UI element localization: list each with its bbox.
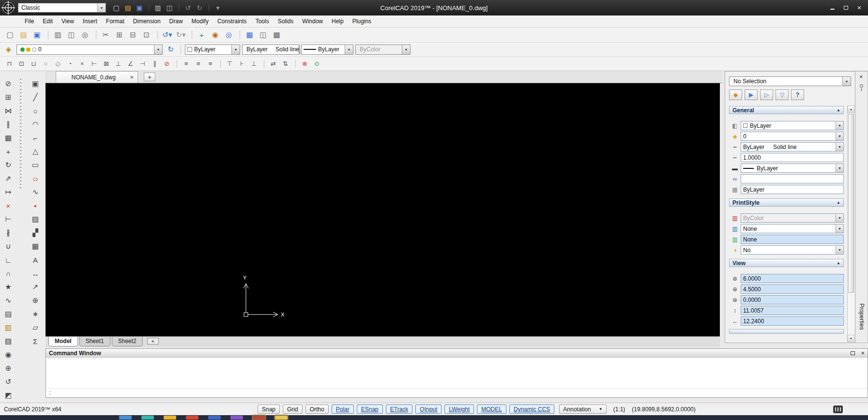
menu-insert[interactable]: Insert bbox=[78, 16, 102, 26]
sheet-tab-sheet2[interactable]: Sheet2 bbox=[112, 337, 143, 346]
command-history[interactable] bbox=[46, 358, 868, 389]
select-entities-icon[interactable]: ▶ bbox=[745, 90, 758, 100]
refresh-layers-icon[interactable]: ↻ bbox=[165, 44, 177, 55]
zoom-tool-icon[interactable]: ◉ bbox=[2, 349, 15, 360]
linetype-scale-field[interactable]: 1.0000 bbox=[741, 153, 844, 162]
esnap-endpoint-icon[interactable]: ⊡ bbox=[16, 59, 27, 69]
chevron-down-icon[interactable]: ▼ bbox=[345, 45, 353, 54]
menu-draw[interactable]: Draw bbox=[165, 16, 187, 26]
menu-view[interactable]: View bbox=[57, 16, 78, 26]
line-color-select[interactable]: ByLayer ▼ bbox=[185, 45, 240, 55]
chevron-down-icon[interactable]: ▼ bbox=[836, 132, 843, 140]
find-icon[interactable]: ◎ bbox=[79, 29, 91, 41]
add-sheet-button[interactable]: + bbox=[147, 338, 159, 345]
chevron-down-icon[interactable]: ▼ bbox=[836, 143, 843, 151]
close-panel-icon[interactable]: × bbox=[859, 73, 863, 80]
clear-selection-icon[interactable]: ▽ bbox=[776, 90, 789, 100]
leader-tool-icon[interactable]: ↗ bbox=[29, 281, 42, 293]
constraint-show-icon[interactable]: ⊙ bbox=[311, 59, 322, 69]
menu-format[interactable]: Format bbox=[102, 16, 129, 26]
scroll-up-icon[interactable]: ▲ bbox=[848, 105, 854, 113]
grid-toggle[interactable]: Grid bbox=[283, 405, 303, 414]
arc-tool-icon[interactable]: ◠ bbox=[29, 119, 42, 130]
pan-icon[interactable]: + bbox=[196, 29, 208, 41]
menu-modify[interactable]: Modify bbox=[187, 16, 213, 26]
chevron-down-icon[interactable]: ▼ bbox=[836, 225, 843, 233]
cut-icon[interactable]: ✂ bbox=[100, 29, 112, 41]
polyline-tool-icon[interactable]: ⌐ bbox=[29, 132, 42, 144]
scale-tool-icon[interactable]: ⇗ bbox=[2, 173, 15, 184]
save-icon[interactable]: ▣ bbox=[134, 2, 145, 13]
section-view[interactable]: View ▲ bbox=[729, 259, 844, 267]
weld-tool-icon[interactable]: ∪ bbox=[2, 240, 15, 252]
color-field[interactable]: ByLayer ▼ bbox=[741, 121, 844, 130]
selection-settings-icon[interactable]: ◆ bbox=[729, 90, 742, 100]
close-tab-icon[interactable]: × bbox=[130, 74, 134, 81]
print-table-attached-field[interactable]: None bbox=[741, 235, 844, 244]
tile-windows-icon[interactable]: ◫ bbox=[257, 29, 269, 41]
annotation-scale-select[interactable]: Annotation ▼ bbox=[559, 405, 606, 414]
extend-tool-icon[interactable]: ⊢ bbox=[2, 213, 15, 225]
esnap-nearest-icon[interactable]: ⊣ bbox=[137, 59, 148, 69]
match-properties-tool-icon[interactable]: ▥ bbox=[2, 322, 15, 333]
save-icon[interactable]: ▣ bbox=[31, 29, 43, 41]
point-tool-icon[interactable]: • bbox=[29, 200, 42, 211]
chevron-down-icon[interactable]: ▼ bbox=[97, 3, 106, 12]
ellipse-tool-icon[interactable]: ○ bbox=[27, 173, 44, 184]
command-input[interactable]: : bbox=[46, 389, 868, 397]
clean-screen-tool-icon[interactable]: ◩ bbox=[2, 390, 15, 401]
scroll-thumb[interactable] bbox=[848, 114, 854, 293]
close-button[interactable]: × bbox=[855, 4, 863, 12]
collapse-icon[interactable]: ▲ bbox=[837, 261, 840, 265]
esnap-node-icon[interactable]: ◇ bbox=[52, 59, 63, 69]
pattern-tool-icon[interactable]: ▦ bbox=[2, 132, 15, 144]
float-window-icon[interactable] bbox=[851, 350, 855, 357]
drawing-canvas[interactable]: Y X bbox=[46, 83, 720, 336]
spline-tool-icon[interactable]: ∿ bbox=[29, 186, 42, 198]
taskbar-app-icon[interactable] bbox=[275, 416, 288, 420]
mass-properties-tool-icon[interactable]: Σ bbox=[29, 335, 42, 347]
sheet-tab-model[interactable]: Model bbox=[48, 337, 78, 346]
ortho-toggle[interactable]: Ortho bbox=[305, 405, 329, 414]
zoom-dynamic-icon[interactable]: ◉ bbox=[209, 29, 221, 41]
align-center-icon[interactable]: ≡ bbox=[193, 59, 204, 69]
layer-field[interactable]: 0 ▼ bbox=[741, 132, 844, 141]
zoom-window-icon[interactable]: ◎ bbox=[223, 29, 235, 41]
toolbar-grip[interactable] bbox=[20, 79, 21, 190]
taskbar-app-icon[interactable] bbox=[119, 416, 132, 420]
region-tool-icon[interactable]: ▞ bbox=[29, 227, 42, 239]
minimize-button[interactable] bbox=[828, 4, 836, 12]
trim-tool-icon[interactable]: × bbox=[2, 200, 15, 211]
esnap-toggle[interactable]: ESnap bbox=[357, 405, 383, 414]
esnap-off-icon[interactable]: ⊘ bbox=[161, 59, 172, 69]
menu-window[interactable]: Window bbox=[298, 16, 327, 26]
quick-select-icon[interactable]: ▷ bbox=[760, 90, 773, 100]
lineweight-field[interactable]: ByLayer ▼ bbox=[741, 164, 844, 173]
hatch-edit-tool-icon[interactable]: ▨ bbox=[2, 335, 15, 347]
table-tool-icon[interactable]: ▦ bbox=[29, 240, 42, 252]
qinput-toggle[interactable]: QInput bbox=[415, 405, 442, 414]
tray-keyboard-icon[interactable] bbox=[833, 405, 843, 413]
menu-tools[interactable]: Tools bbox=[251, 16, 274, 26]
split-tool-icon[interactable]: ∦ bbox=[2, 227, 15, 239]
esnap-quadrant-icon[interactable]: ◔ bbox=[64, 59, 76, 69]
polar-toggle[interactable]: Polar bbox=[332, 405, 354, 414]
erase-tool-icon[interactable]: ⊘ bbox=[2, 78, 15, 90]
menu-edit[interactable]: Edit bbox=[38, 16, 57, 26]
regenerate-tool-icon[interactable]: ↺ bbox=[2, 376, 15, 388]
esnap-intersection-icon[interactable]: × bbox=[76, 59, 88, 69]
distribute-horizontal-icon[interactable]: ⇄ bbox=[268, 59, 279, 69]
new-icon[interactable]: ▢ bbox=[111, 2, 122, 13]
linetype-select[interactable]: ByLayer Solid line ▼ bbox=[242, 45, 299, 55]
print-table-type-field[interactable]: No ▼ bbox=[741, 245, 844, 255]
section-general[interactable]: General ▲ bbox=[729, 106, 844, 114]
taskbar-app-icon[interactable] bbox=[164, 416, 176, 420]
open-icon[interactable]: ▤ bbox=[17, 29, 30, 41]
customize-toolbar-icon[interactable]: ▾ bbox=[213, 2, 223, 13]
insert-block-tool-icon[interactable]: ▣ bbox=[29, 78, 42, 90]
new-document-button[interactable]: + bbox=[144, 73, 155, 81]
print-preview-icon[interactable]: ◫ bbox=[164, 2, 175, 13]
paste-icon[interactable]: ⊟ bbox=[127, 29, 139, 41]
circle-tool-icon[interactable]: ○ bbox=[29, 105, 42, 117]
view-center-z-field[interactable]: 0.0000 bbox=[741, 295, 844, 304]
